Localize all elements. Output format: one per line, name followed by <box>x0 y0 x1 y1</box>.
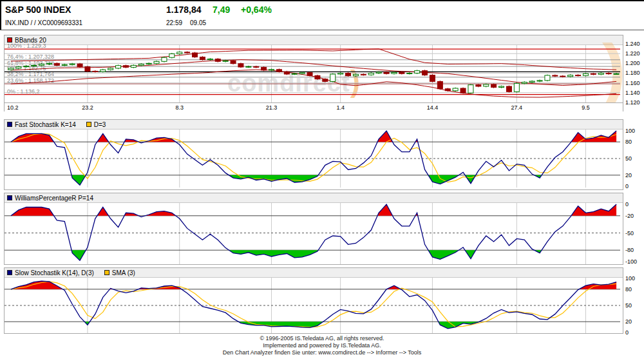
price-chart-legend: BBands 20 <box>5 35 623 45</box>
candle-body <box>437 81 442 88</box>
legend-item: WilliamsPercentageR P=14 <box>7 195 93 202</box>
candle-body <box>529 81 535 82</box>
date-axis-label: 8.3 <box>175 104 184 111</box>
date-axis-label: 27.4 <box>511 104 523 111</box>
slow-stochastic-chart <box>5 278 623 333</box>
candle-body <box>207 59 213 60</box>
candle-body <box>522 82 527 84</box>
candle-body <box>246 66 251 67</box>
candle-body <box>32 65 37 66</box>
candle-body <box>361 74 366 75</box>
candle-body <box>169 54 175 58</box>
candle-body <box>185 52 190 53</box>
footer-line-2: Implemented and powered by IS.Teledata A… <box>0 342 644 349</box>
candle-body <box>368 73 374 75</box>
indicator-axis-label: 0 <box>625 183 644 189</box>
date-axis-label: 14.4 <box>427 104 439 111</box>
candle-body <box>70 64 75 64</box>
candle-body <box>131 65 136 67</box>
candle-body <box>338 73 343 74</box>
candle-body <box>154 61 159 63</box>
legend-swatch-icon <box>86 122 91 127</box>
candle-body <box>537 81 542 81</box>
footer-line-1: © 1996-2005 IS.Teledata AG, all rights r… <box>0 335 644 342</box>
candle-body <box>614 73 619 74</box>
indicator-axis-label: 100 <box>625 275 644 282</box>
candle-body <box>39 64 44 65</box>
candle-body <box>346 73 351 75</box>
legend-item: D=3 <box>86 121 106 128</box>
candle-body <box>123 66 128 68</box>
price-chart-panel: BBands 20 comdirect) ) 100% : 1.229,376,… <box>4 35 623 111</box>
overbought-fill <box>97 133 109 142</box>
candlestick-chart <box>5 45 623 102</box>
signal-line <box>11 282 616 327</box>
date-axis-label: 23.2 <box>82 104 93 111</box>
candle-body <box>606 73 611 73</box>
price-axis-label: 1.120 <box>625 99 644 106</box>
candles <box>8 52 619 94</box>
candle-body <box>62 64 67 65</box>
legend-label: Slow Stochastik K(14), D(3) <box>15 269 94 276</box>
candle-body <box>46 63 52 64</box>
candle-body <box>422 71 428 75</box>
candle-body <box>162 57 167 61</box>
indicator-axis-label: 100 <box>625 128 644 134</box>
price-axis-label: 1.200 <box>625 60 644 66</box>
candle-body <box>553 75 558 76</box>
indicator-axis-label: -50 <box>625 230 644 236</box>
candle-body <box>583 73 588 75</box>
candle-body <box>177 52 182 54</box>
williams-legend: WilliamsPercentageR P=14 <box>5 193 623 203</box>
legend-swatch-icon <box>7 270 12 275</box>
candle-body <box>299 73 305 74</box>
candle-body <box>476 85 481 86</box>
candle-body <box>108 68 113 70</box>
candle-body <box>376 72 381 73</box>
chart-analyzer-page: S&P 500 INDEX 1.178,84 7,49 +0,64% INX.I… <box>0 0 644 357</box>
legend-item: Slow Stochastik K(14), D(3) <box>7 269 94 276</box>
symbol-isin-line: INX.IND / / XC0009693331 <box>5 19 82 26</box>
candle-body <box>315 75 320 79</box>
candle-body <box>591 73 596 74</box>
candle-body <box>8 68 14 70</box>
candle-body <box>284 72 289 74</box>
candle-body <box>445 89 450 91</box>
date-axis-label: 10.2 <box>7 104 19 111</box>
slow-stochastic-panel: Slow Stochastik K(14), D(3)SMA (3) <box>4 267 623 334</box>
candle-body <box>491 84 497 88</box>
candle-body <box>261 67 267 70</box>
legend-swatch-icon <box>7 122 12 127</box>
candle-body <box>506 86 511 92</box>
legend-item: SMA (3) <box>104 269 135 276</box>
candle-body <box>499 86 504 88</box>
candle-body <box>116 66 121 68</box>
candle-body <box>384 72 389 73</box>
price-change-percent: +0,64% <box>241 5 272 15</box>
last-price: 1.178,84 <box>166 5 202 15</box>
candle-body <box>215 59 220 62</box>
candle-body <box>323 79 328 82</box>
price-axis-label: 1.220 <box>625 50 644 57</box>
quote-timestamp: 22:5909.05 <box>166 19 214 26</box>
candle-body <box>254 66 259 67</box>
candle-body <box>353 74 358 75</box>
price-axis-label: 1.240 <box>625 41 644 47</box>
copyright-footer: © 1996-2005 IS.Teledata AG, all rights r… <box>0 335 644 356</box>
candle-body <box>24 66 29 67</box>
candle-body <box>460 88 466 93</box>
header-separator <box>0 30 644 30</box>
williams-percent-r-chart <box>5 203 623 264</box>
price-axis-label: 1.160 <box>625 80 644 86</box>
candle-body <box>238 64 243 67</box>
candle-body <box>514 83 519 92</box>
quote-time: 22:59 <box>166 19 182 26</box>
indicator-axis-label: 80 <box>625 286 644 293</box>
candle-body <box>307 73 312 76</box>
candle-body <box>193 53 198 57</box>
candle-body <box>545 75 550 81</box>
indicator-axis-label: 80 <box>625 139 644 145</box>
candle-body <box>392 72 397 73</box>
legend-label: WilliamsPercentageR P=14 <box>15 195 93 202</box>
candle-body <box>276 70 281 72</box>
